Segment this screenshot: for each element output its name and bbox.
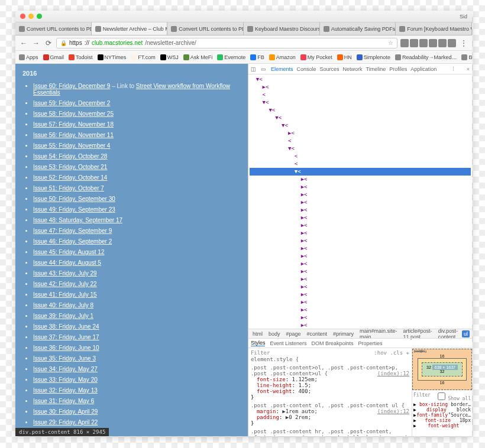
dom-node[interactable]: ▶< [250,176,471,183]
bookmark-item[interactable]: Amazon [269,54,296,60]
devtools-tab[interactable]: Network [343,66,363,72]
bookmark-item[interactable]: Evernote [217,54,245,60]
styles-filter[interactable]: Filter [251,350,270,356]
issue-link[interactable]: Issue 31: Friday, May 6 [33,398,94,404]
issue-link[interactable]: Issue 57: Friday, November 18 [33,121,114,128]
bookmark-star-icon[interactable]: ☆ [388,40,393,46]
browser-tab[interactable]: Newsletter Archive – Club M× [92,22,168,35]
dom-node[interactable]: ▼< [250,106,471,114]
styles-subtab[interactable]: Event Listeners [270,340,306,346]
webpage-viewport[interactable]: 2016 Issue 60: Friday, December 9 – Link… [15,64,248,436]
bookmark-item[interactable]: Todoist [69,54,93,60]
issue-link[interactable]: Issue 34: Friday, May 27 [33,366,98,372]
issue-link[interactable]: Issue 49: Friday, September 23 [33,206,115,213]
issue-link[interactable]: Issue 30: Friday, April 29 [33,408,98,415]
inspect-icon[interactable]: ◫ [251,66,256,72]
issue-link[interactable]: Issue 47: Friday, September 9 [33,228,112,234]
dom-node[interactable]: ▶< [250,229,471,237]
dom-node[interactable]: < [250,160,471,168]
forward-button[interactable]: → [31,38,41,48]
bookmark-item[interactable]: Ask MeFi [183,54,213,60]
dom-node[interactable]: ▶< [250,245,471,252]
css-rule[interactable]: .post .post-content hr, .post .post-cont… [251,428,409,436]
breadcrumb-item[interactable]: #content [305,330,329,337]
add-rule-icon[interactable]: + [406,350,409,356]
rule-source-link[interactable]: (index):12 [377,408,409,414]
dom-node[interactable]: ▼< [250,76,471,83]
dom-node[interactable]: ▶< [250,83,471,91]
issue-link[interactable]: Issue 58: Friday, November 25 [33,111,114,117]
issue-link[interactable]: Issue 32: Friday, May 13 [33,387,98,394]
dom-node[interactable]: ▶< [250,252,471,260]
computed-property[interactable]: ▶displayblock [413,407,471,413]
window-close-button[interactable] [20,14,25,19]
dom-node[interactable]: ▶< [250,214,471,222]
dom-node[interactable]: ▶< [250,306,471,314]
bookmark-item[interactable]: Bullseye [461,54,472,60]
bookmark-item[interactable]: FT.com [131,54,156,60]
issue-link[interactable]: Issue 36: Friday, June 10 [33,345,99,351]
breadcrumb-item[interactable]: body [267,330,282,337]
devtools-tab[interactable]: Elements [271,66,293,72]
issue-link[interactable]: Issue 45: Friday, August 12 [33,249,104,255]
extension-icon[interactable] [400,39,409,47]
issue-link[interactable]: Issue 35: Friday, June 3 [33,355,96,362]
bookmark-item[interactable]: HN [337,54,352,60]
dom-node[interactable]: ▶< [250,283,471,291]
styles-subtab[interactable]: DOM Breakpoints [312,340,354,346]
issue-link[interactable]: Issue 52: Friday, October 14 [33,174,107,181]
computed-property[interactable]: ▶box-sizingborder… [413,402,471,407]
dom-node[interactable]: < [250,152,471,160]
issue-link[interactable]: Issue 50: Friday, September 30 [33,196,115,202]
bookmark-item[interactable]: My Pocket [300,54,332,60]
extension-icon[interactable] [438,39,447,47]
issue-link[interactable]: Issue 44: Friday, August 5 [33,259,101,266]
hov-toggle[interactable]: :hov [374,350,387,356]
issue-link[interactable]: Issue 53: Friday, October 21 [33,164,107,170]
dom-node[interactable]: ▶< [250,199,471,206]
dom-node[interactable]: ▶< [250,129,471,137]
computed-styles[interactable]: Filter Show all ▶box-sizingborder…▶displ… [412,391,472,436]
address-bar[interactable]: 🔒 https://club.macstories.net/newsletter… [56,38,397,48]
css-rule[interactable]: .post .post-content ol, .post .post-cont… [251,402,409,426]
styles-subtab[interactable]: Properties [358,340,383,346]
dom-node[interactable]: ▶< [250,298,471,306]
issue-link[interactable]: Issue 56: Friday, November 11 [33,132,114,138]
dom-node[interactable]: ▼< [250,99,471,106]
dom-node[interactable]: ▶< [250,222,471,229]
computed-property[interactable]: ▶font-family"Source… [413,413,471,418]
breadcrumb-item[interactable]: #page [284,330,302,337]
dom-node[interactable]: ▶< [250,191,471,199]
devtools-close-icon[interactable]: × [467,66,470,72]
dom-node[interactable]: ▶< [250,291,471,298]
issue-link[interactable]: Issue 40: Friday, July 8 [33,302,93,309]
bookmark-item[interactable]: FB [250,54,264,60]
issue-link[interactable]: Issue 46: Friday, September 2 [33,238,112,245]
bookmark-item[interactable]: Readability→Marked… [395,54,457,60]
dom-node[interactable]: ▶< [250,206,471,214]
extension-icon[interactable] [429,39,437,47]
dom-node-selected[interactable]: ▼< [250,168,471,176]
devtools-tab[interactable]: Application [410,66,436,72]
computed-property[interactable]: ▶font-size18px [413,418,471,423]
devtools-tab[interactable]: Profiles [389,66,407,72]
issue-link[interactable]: Issue 41: Friday, July 15 [33,291,97,298]
browser-tab[interactable]: Convert URL contents to PD× [15,22,92,35]
dom-node[interactable]: ▶< [250,268,471,275]
dom-tree[interactable]: ▼< ▶< < ▼< ▼< ▼< ▼< ▶< < ▼< < < ▼< ▶< ▶<… [248,74,472,329]
css-rule[interactable]: element.style { [251,356,409,362]
bookmark-item[interactable]: Apps [19,54,38,60]
bookmark-item[interactable]: Simplenote [357,54,390,60]
device-icon[interactable]: ▭ [261,66,266,72]
devtools-tab[interactable]: Timeline [366,66,386,72]
breadcrumb-item[interactable]: ul [462,330,470,337]
reload-button[interactable]: ⟳ [44,38,53,48]
dom-node[interactable]: ▶< [250,314,471,322]
devtools-tab[interactable]: Console [296,66,316,72]
issue-link[interactable]: Issue 59: Friday, December 2 [33,100,110,106]
issue-link[interactable]: Issue 55: Friday, November 4 [33,142,110,149]
issue-link[interactable]: Issue 48: Saturday, September 17 [33,217,122,223]
css-rules[interactable]: Filter :hov .cls + element.style {.post … [248,348,412,436]
breadcrumb-item[interactable]: #primary [331,330,355,337]
breadcrumb-trail[interactable]: htmlbody#page#content#primarymain#main.s… [248,329,472,338]
